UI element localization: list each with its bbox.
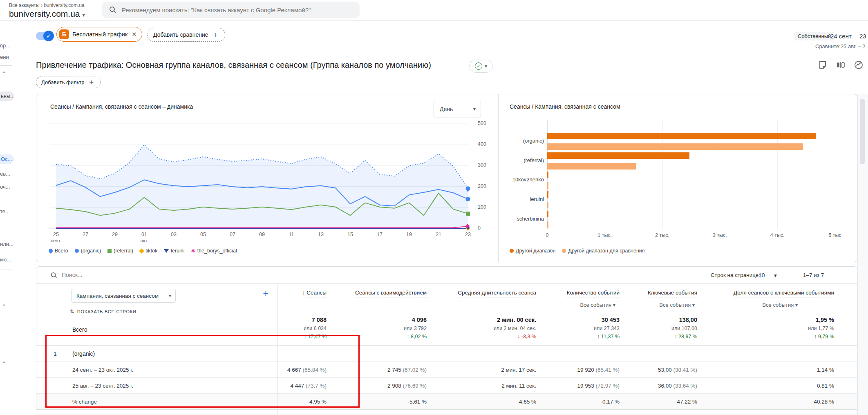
x-tick-label: 01окт.	[134, 232, 154, 244]
bar-current	[547, 191, 548, 198]
report-status-control[interactable]: ✓ ▾	[469, 60, 493, 73]
legend-item: Всего	[49, 248, 68, 254]
legend-item: (referral)	[107, 248, 133, 254]
breadcrumb-property[interactable]: buniversity.com.ua	[44, 2, 84, 8]
x-tick-label: 03	[163, 232, 184, 238]
global-search-input[interactable]	[122, 7, 353, 13]
chevron-down-icon: ▾	[613, 302, 615, 308]
chevron-down-icon: ▾	[485, 63, 487, 69]
sidebar-item[interactable]: ени	[0, 54, 14, 60]
collapse-chevron-icon[interactable]: ⌃	[2, 303, 12, 310]
bar-current	[547, 133, 816, 139]
x-tick-label: 07	[222, 232, 243, 238]
add-filter-label: Добавить фильтр	[41, 79, 85, 85]
bar-comparison	[547, 143, 803, 150]
chevron-down-icon[interactable]: ▾	[774, 272, 777, 279]
column-header-key-events[interactable]: Ключевые события	[648, 290, 697, 296]
x-tick-label: 17	[369, 232, 390, 238]
circle-marker-icon	[75, 249, 79, 253]
pagination-range: 1–7 из 7	[803, 272, 824, 278]
dimension-select[interactable]: Кампания, связанная с сеансом ▾	[71, 289, 176, 303]
global-search[interactable]	[102, 2, 360, 18]
chip-label: Бесплатный трафик	[72, 31, 128, 38]
property-selector[interactable]: buniversity.com.ua ▾	[9, 9, 85, 19]
chevron-down-icon: ▾	[473, 106, 476, 112]
plus-icon: ＋	[88, 77, 95, 87]
square-marker-icon	[107, 249, 112, 253]
add-column-button[interactable]: ＋	[261, 287, 270, 299]
table-search-placeholder[interactable]: Поиск...	[62, 272, 82, 278]
rows-per-page-value[interactable]: 10	[758, 272, 765, 279]
bar-category-label: (organic)	[495, 138, 544, 144]
legend-item: tiktok	[140, 248, 157, 254]
comparison-mode-icon[interactable]	[835, 60, 846, 70]
sidebar-divider	[0, 270, 12, 270]
comparison-chip[interactable]: Б Бесплатный трафик ✕	[56, 27, 142, 42]
notes-icon[interactable]	[817, 60, 828, 70]
table-search[interactable]: Поиск... Строк на странице: 10 ▾ 1–7 из …	[36, 267, 857, 284]
date-range-picker[interactable]: 24 сент. – 23	[830, 33, 866, 40]
event-filter-select[interactable]: Все события ▾	[659, 302, 695, 308]
show-all-rows-button[interactable]: ⇅ ПОКАЗАТЬ ВСЕ СТРОКИ	[70, 308, 136, 315]
chevron-down-icon: ▾	[795, 302, 798, 308]
sidebar-item[interactable]: ев...	[0, 171, 14, 177]
column-header-avg-duration[interactable]: Средняя длительность сеанса	[458, 290, 536, 296]
line-chart-plot: ✱	[50, 120, 471, 231]
search-icon	[50, 272, 58, 279]
column-header-sessions[interactable]: ↓ Сеансы	[302, 290, 327, 296]
bar-current	[547, 172, 548, 178]
chip-badge: Б	[59, 29, 69, 39]
totals-cell: 138,00или 107,00↑ 28,97 %	[583, 317, 697, 339]
bar-comparison	[547, 163, 636, 170]
x-tick-label: 29	[105, 232, 125, 238]
close-icon[interactable]: ✕	[132, 31, 137, 38]
legend-item: ✱the_borys_official	[191, 248, 237, 254]
collapse-chevron-icon[interactable]: ⌃	[2, 70, 12, 77]
scrollbar-thumb[interactable]	[860, 99, 865, 164]
svg-text:✱: ✱	[465, 223, 470, 229]
sidebar-item[interactable]: или...	[0, 241, 14, 247]
sidebar-item-selected[interactable]: ьны...	[0, 91, 14, 101]
granularity-value: День	[440, 106, 453, 112]
bar-current	[547, 211, 548, 217]
granularity-select[interactable]: День ▾	[434, 101, 481, 117]
totals-label: Всего	[72, 326, 87, 333]
sidebar-item[interactable]: мо...	[0, 257, 14, 263]
line-chart-title: Сеансы / Кампания, связанная с сеансом –…	[50, 103, 193, 110]
x-tick-label: 0	[533, 232, 562, 238]
bar-category-label: leruini	[495, 196, 544, 202]
x-tick-label: 09	[252, 232, 272, 238]
sidebar-item[interactable]: те...	[0, 208, 14, 214]
search-icon	[109, 6, 117, 14]
bar-chart-title: Сеансы / Кампания, связанная с сеансом	[510, 103, 620, 110]
charts-card: Сеансы / Кампания, связанная с сеансом –…	[36, 94, 857, 262]
x-tick-label: 13	[311, 232, 331, 238]
y-tick-label: 500	[478, 120, 486, 126]
collapse-chevron-icon[interactable]: ⌃	[2, 360, 12, 367]
sidebar-item[interactable]: оч...	[0, 184, 14, 190]
sidebar-item[interactable]: вр...	[0, 42, 14, 49]
comparison-toggle[interactable]: ✓	[36, 32, 52, 40]
column-header-event-count[interactable]: Количество событий	[567, 290, 620, 296]
column-header-engaged-sessions[interactable]: Сеансы с взаимодействием	[355, 290, 427, 296]
chevron-down-icon: ▾	[82, 12, 85, 18]
column-header-key-event-rate[interactable]: Доля сеансов с ключевыми событиями	[734, 290, 834, 296]
triangle-down-marker-icon	[164, 249, 169, 253]
event-filter-select[interactable]: Все события ▾	[762, 302, 798, 308]
table-header: Кампания, связанная с сеансом ▾ ＋ ⇅ ПОКА…	[36, 284, 857, 314]
compare-range-label: Сравните:25 авг. – 2	[815, 43, 866, 49]
add-filter-button[interactable]: Добавить фильтр ＋	[36, 76, 101, 88]
x-tick-label: 3 тыс.	[705, 232, 734, 238]
sidebar-item-active[interactable]: Ос...	[0, 154, 14, 164]
event-filter-select[interactable]: Все события ▾	[580, 302, 615, 308]
breadcrumb[interactable]: Все аккаунты › buniversity.com.ua	[9, 2, 85, 8]
insights-icon[interactable]	[853, 60, 864, 70]
x-tick-label: 25сент.	[46, 232, 66, 244]
add-comparison-button[interactable]: Добавить сравнение ＋	[147, 28, 225, 42]
add-comparison-label: Добавить сравнение	[153, 31, 208, 38]
breadcrumb-root[interactable]: Все аккаунты	[9, 2, 40, 8]
check-circle-icon: ✓	[475, 62, 482, 70]
chevron-down-icon: ▾	[169, 293, 171, 299]
table-row[interactable]: 2 (referral)	[36, 409, 857, 415]
header-divider	[0, 20, 868, 21]
